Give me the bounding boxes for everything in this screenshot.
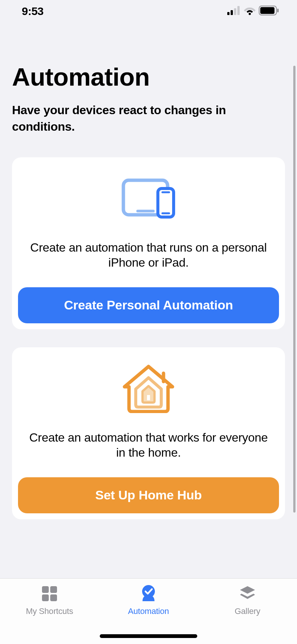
page-header: Automation Have your devices react to ch… bbox=[0, 23, 297, 135]
status-bar: 9:53 bbox=[0, 0, 297, 23]
tab-label-gallery: Gallery bbox=[235, 606, 260, 616]
svg-rect-18 bbox=[50, 594, 57, 601]
wifi-icon bbox=[244, 6, 256, 17]
tab-my-shortcuts[interactable]: My Shortcuts bbox=[0, 584, 99, 644]
home-card-desc: Create an automation that works for ever… bbox=[18, 430, 279, 460]
svg-rect-0 bbox=[227, 12, 230, 15]
home-indicator[interactable] bbox=[100, 634, 197, 638]
svg-rect-15 bbox=[42, 586, 49, 593]
svg-rect-1 bbox=[231, 10, 233, 15]
home-automation-card: Create an automation that works for ever… bbox=[12, 347, 285, 519]
page-title: Automation bbox=[12, 64, 285, 90]
cellular-icon bbox=[227, 6, 241, 17]
svg-rect-2 bbox=[234, 8, 236, 15]
svg-rect-14 bbox=[147, 395, 150, 400]
svg-point-19 bbox=[142, 585, 155, 598]
status-indicators bbox=[227, 6, 279, 17]
status-time: 9:53 bbox=[22, 5, 44, 18]
battery-icon bbox=[259, 6, 279, 17]
create-personal-automation-button[interactable]: Create Personal Automation bbox=[18, 287, 279, 323]
page-subtitle: Have your devices react to changes in co… bbox=[12, 102, 285, 134]
set-up-home-hub-button[interactable]: Set Up Home Hub bbox=[18, 477, 279, 513]
svg-rect-17 bbox=[42, 594, 49, 601]
automation-badge-icon bbox=[139, 584, 158, 603]
svg-point-4 bbox=[249, 13, 251, 15]
home-icon bbox=[18, 366, 279, 411]
shortcuts-grid-icon bbox=[40, 584, 59, 603]
tab-gallery[interactable]: Gallery bbox=[198, 584, 297, 644]
cards-container: Create an automation that runs on a pers… bbox=[0, 135, 297, 519]
gallery-stack-icon bbox=[238, 584, 257, 603]
svg-rect-7 bbox=[277, 9, 279, 12]
tab-label-automation: Automation bbox=[128, 606, 169, 616]
svg-rect-3 bbox=[237, 6, 240, 15]
svg-rect-16 bbox=[50, 586, 57, 593]
tab-label-shortcuts: My Shortcuts bbox=[26, 606, 73, 616]
svg-rect-6 bbox=[260, 7, 274, 14]
scroll-indicator bbox=[293, 66, 296, 513]
personal-card-desc: Create an automation that runs on a pers… bbox=[18, 240, 279, 270]
personal-automation-card: Create an automation that runs on a pers… bbox=[12, 157, 285, 329]
devices-icon bbox=[18, 176, 279, 221]
